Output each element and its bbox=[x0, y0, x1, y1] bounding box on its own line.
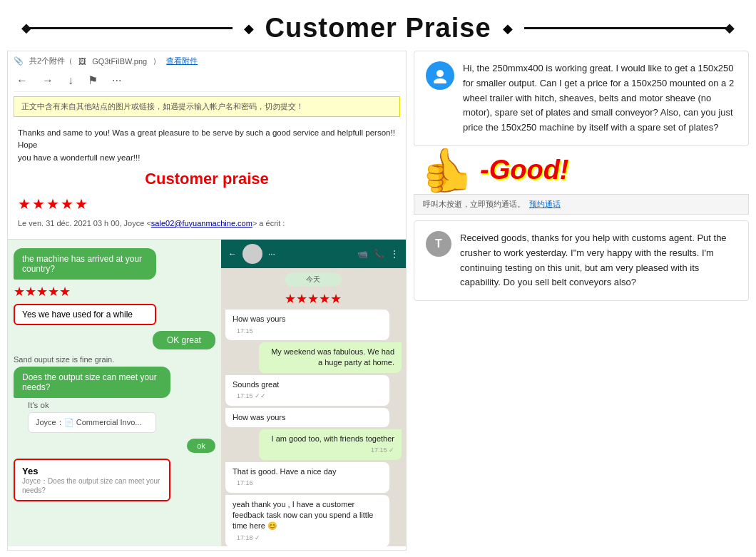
wa-more-icon[interactable]: ⋮ bbox=[390, 249, 399, 259]
email-body: Thanks and same to you! Was a great plea… bbox=[14, 121, 400, 235]
chat-ok-button: ok bbox=[187, 439, 215, 453]
wechat-text: 呼叫木按逝，立即预约通话。 bbox=[423, 199, 525, 210]
header-right-line bbox=[524, 27, 728, 29]
diamond-left-icon: ◆ bbox=[244, 21, 254, 36]
inquiry-card: Hi, the 250mmx400 is working great. I wo… bbox=[414, 51, 749, 146]
nav-flag-button[interactable]: ⚑ bbox=[85, 72, 101, 88]
attachment-suffix: ） bbox=[153, 56, 160, 66]
wa-bubble-sounds-great: Sounds great 17:15 ✓✓ bbox=[225, 375, 389, 406]
email-body-line2: you have a wonderfull new year!!! bbox=[18, 152, 396, 164]
wa-bubble-how-was-yours: How was yours 17:15 bbox=[225, 310, 389, 340]
wa-stars: ★★★★★ bbox=[221, 291, 406, 307]
header-left-line bbox=[29, 27, 233, 29]
nav-down-button[interactable]: ↓ bbox=[65, 73, 76, 88]
email-warning: 正文中含有来自其他站点的图片或链接，如遇提示输入帐户名和密码，切勿提交！ bbox=[14, 96, 400, 117]
chat-section: the machine has arrived at your country?… bbox=[8, 240, 406, 546]
attachment-filename: GQ3tFiIBW.png bbox=[92, 57, 147, 66]
email-link[interactable]: sale02@fuyuanmachine.com bbox=[151, 219, 252, 228]
svg-point-1 bbox=[434, 78, 446, 83]
chat-it-ok: It's ok bbox=[28, 401, 215, 409]
chat-plain-sand: Sand ouput size is fine grain. bbox=[14, 355, 215, 364]
good-label: -Good! bbox=[480, 155, 569, 185]
wa-avatar bbox=[242, 244, 262, 264]
wa-back-icon[interactable]: ← bbox=[228, 249, 237, 259]
chat-bubble-machine-arrived: the machine has arrived at your country? bbox=[14, 248, 156, 280]
received-text: Received goods, thanks for you help with… bbox=[460, 231, 737, 290]
inquiry-avatar bbox=[426, 61, 454, 90]
wa-bubble-weekend: My weekend was fabulous. We had a huge p… bbox=[259, 342, 402, 373]
diamond-right-icon: ◆ bbox=[503, 21, 513, 36]
svg-point-0 bbox=[436, 70, 444, 77]
nav-more-button[interactable]: ··· bbox=[109, 73, 124, 88]
chat-bubble-used-for-while: Yes we have used for a while bbox=[14, 304, 156, 325]
wechat-schedule-link[interactable]: 预约通话 bbox=[529, 199, 561, 210]
chat-bubble-output-size: Does the output size can meet your needs… bbox=[14, 367, 170, 398]
chat-yes-subtext: Joyce：Does the output size can meet your… bbox=[22, 476, 162, 494]
chat-right-whatsapp: ← ··· 📹 📞 ⋮ 今天 ★★★★★ How was yours 17:15… bbox=[221, 240, 406, 546]
main-content: 📎 共2个附件（ 🖼 GQ3tFiIBW.png ） 查看附件 ← → ↓ ⚑ … bbox=[0, 51, 756, 551]
wa-video-icon[interactable]: 📹 bbox=[357, 249, 368, 259]
nav-forward-button[interactable]: → bbox=[39, 73, 56, 88]
nav-back-button[interactable]: ← bbox=[14, 73, 31, 88]
wa-time-bar: 今天 bbox=[285, 272, 342, 287]
chat-file-label: Joyce：📄 Commercial Invo... bbox=[28, 412, 156, 433]
chat-yes-text: Yes bbox=[22, 466, 162, 476]
received-card: T Received goods, thanks for you help wi… bbox=[414, 220, 749, 301]
good-decoration: 👍 -Good! bbox=[414, 145, 749, 195]
wa-bubble-how-was-yours2: How was yours bbox=[225, 408, 389, 427]
email-nav-bar: ← → ↓ ⚑ ··· bbox=[14, 69, 400, 92]
chat-stars: ★★★★★ bbox=[14, 284, 215, 300]
customer-praise-label: Customer praise bbox=[18, 167, 396, 190]
wa-header: ← ··· 📹 📞 ⋮ bbox=[221, 240, 406, 268]
email-section: 📎 共2个附件（ 🖼 GQ3tFiIBW.png ） 查看附件 ← → ↓ ⚑ … bbox=[8, 51, 406, 240]
page-title: Customer Praise bbox=[265, 13, 491, 44]
wechat-contact-bar: 呼叫木按逝，立即预约通话。 预约通话 bbox=[414, 194, 749, 215]
chat-bubble-ok-great: OK great bbox=[153, 331, 215, 349]
email-from: Le ven. 31 déc. 2021 03 h 00, Joyce <sal… bbox=[18, 218, 396, 230]
wa-bubble-nice-day: That is good. Have a nice day 17:16 bbox=[225, 462, 389, 493]
wa-call-icon[interactable]: 📞 bbox=[374, 249, 384, 259]
email-body-line1: Thanks and same to you! Was a great plea… bbox=[18, 127, 396, 152]
chat-highlighted-yes: Yes Joyce：Does the output size can meet … bbox=[14, 459, 170, 501]
wa-bubble-friends: I am good too, with friends together 17:… bbox=[259, 429, 402, 460]
attachment-label: 共2个附件（ bbox=[29, 56, 73, 66]
email-attachment-bar: 📎 共2个附件（ 🖼 GQ3tFiIBW.png ） 查看附件 bbox=[14, 56, 400, 66]
attachment-icon: 🖼 bbox=[78, 57, 86, 66]
inquiry-text: Hi, the 250mmx400 is working great. I wo… bbox=[463, 61, 737, 136]
wa-contact-name: ··· bbox=[268, 249, 352, 259]
email-stars: ★★★★★ bbox=[18, 193, 396, 215]
page-header: ◆ Customer Praise ◆ bbox=[0, 0, 756, 51]
paperclip-icon: 📎 bbox=[14, 56, 24, 66]
thumbs-up-icon: 👍 bbox=[421, 145, 474, 195]
view-attachments-link[interactable]: 查看附件 bbox=[166, 56, 198, 66]
received-avatar: T bbox=[426, 231, 451, 257]
right-panel: Hi, the 250mmx400 is working great. I wo… bbox=[414, 51, 749, 551]
left-panel: 📎 共2个附件（ 🖼 GQ3tFiIBW.png ） 查看附件 ← → ↓ ⚑ … bbox=[7, 51, 407, 551]
wa-bubble-feedback-task: yeah thank you , I have a customer feedb… bbox=[225, 495, 389, 547]
chat-left: the machine has arrived at your country?… bbox=[8, 240, 221, 546]
